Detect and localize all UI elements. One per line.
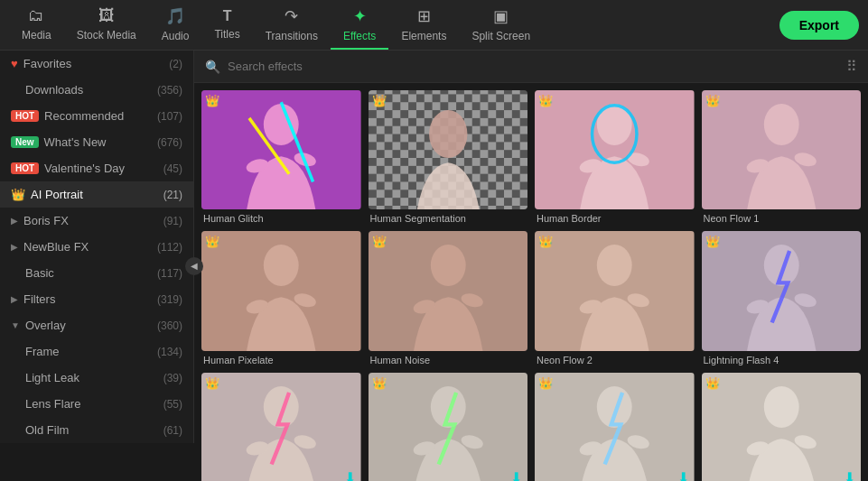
- sidebar-valentines-label: Valentine's Day: [44, 162, 163, 175]
- toolbar-transitions[interactable]: ↷ Transitions: [253, 1, 331, 50]
- effect-thumb-lightning3: 👑 ⬇: [201, 373, 361, 481]
- toolbar-split-screen-label: Split Screen: [471, 30, 530, 42]
- effect-card-human-px[interactable]: 👑 Human Pixelate: [198, 227, 365, 368]
- export-button[interactable]: Export: [779, 11, 859, 40]
- sidebar-valentines-count: (45): [163, 162, 182, 175]
- effect-name-lightning4: Lightning Flash 4: [702, 355, 862, 365]
- sidebar-item-frame[interactable]: Frame (134): [0, 338, 193, 365]
- svg-point-48: [597, 386, 632, 428]
- effect-card-human-border[interactable]: 👑 Human Border: [531, 87, 698, 227]
- toolbar-effects[interactable]: ✦ Effects: [331, 1, 388, 50]
- effect-card-human-glitch[interactable]: 👑 Human Glitch: [198, 87, 365, 227]
- toolbar-titles-label: Titles: [214, 28, 239, 41]
- download-badge-lightning3: ⬇: [344, 469, 356, 481]
- effects-grid: 👑 Human Glitch 👑 Human Segmentation: [194, 83, 868, 481]
- effect-card-lightning1[interactable]: 👑 ⬇ Lightning Flash 1: [365, 369, 532, 481]
- sidebar-item-light-leak[interactable]: Light Leak (39): [0, 365, 193, 391]
- toolbar-stock-media-label: Stock Media: [77, 29, 136, 42]
- sidebar-item-boris-fx[interactable]: ▶ Boris FX (91): [0, 208, 193, 234]
- sidebar-downloads-count: (356): [157, 84, 182, 97]
- effect-card-neon-flow1[interactable]: 👑 Neon Flow 1: [698, 87, 865, 227]
- sidebar-wrapper: ♥ Favorites (2) Downloads (356) HOT Reco…: [0, 51, 194, 481]
- stock-media-icon: 🖼: [98, 6, 115, 25]
- effect-card-neon-flow2[interactable]: 👑 Neon Flow 2: [531, 227, 698, 368]
- grid-view-icon[interactable]: ⠿: [846, 58, 857, 75]
- sidebar-item-valentines[interactable]: HOT Valentine's Day (45): [0, 155, 193, 181]
- svg-point-52: [763, 386, 798, 428]
- svg-point-19: [763, 104, 798, 145]
- toolbar: 🗂 Media 🖼 Stock Media 🎵 Audio T Titles ↷…: [0, 0, 868, 51]
- sidebar-ai-portrait-count: (21): [163, 189, 182, 201]
- svg-point-36: [763, 245, 798, 286]
- toolbar-split-screen[interactable]: ▣ Split Screen: [459, 1, 543, 50]
- toolbar-media[interactable]: 🗂 Media: [9, 1, 64, 49]
- effect-name-human-border: Human Border: [535, 213, 695, 224]
- toolbar-audio[interactable]: 🎵 Audio: [149, 1, 202, 50]
- crown-badge-human-px: 👑: [205, 235, 219, 248]
- crown-badge-lightning4: 👑: [705, 235, 720, 248]
- sidebar-item-basic[interactable]: Basic (117): [0, 260, 193, 286]
- sidebar-overlay-count: (360): [157, 319, 182, 332]
- toolbar-audio-label: Audio: [162, 30, 190, 42]
- audio-icon: 🎵: [165, 6, 185, 26]
- sidebar-lens-flare-label: Lens Flare: [25, 397, 163, 411]
- sidebar-item-downloads[interactable]: Downloads (356): [0, 77, 193, 103]
- effect-card-lightning4[interactable]: 👑 Lightning Flash 4: [698, 227, 865, 368]
- heart-icon: ♥: [11, 57, 18, 70]
- transitions-icon: ↷: [285, 6, 298, 26]
- effect-card-human-seg[interactable]: 👑 Human Segmentation: [365, 87, 532, 227]
- search-input[interactable]: [228, 60, 839, 73]
- main-area: ♥ Favorites (2) Downloads (356) HOT Reco…: [0, 51, 868, 481]
- sidebar-item-recommended[interactable]: HOT Recommended (107): [0, 103, 193, 129]
- sidebar-frame-label: Frame: [25, 345, 157, 358]
- crown-icon-ai: 👑: [11, 188, 25, 201]
- arrow-filters: ▶: [11, 294, 18, 304]
- sidebar-basic-label: Basic: [25, 266, 157, 280]
- crown-badge-human-noise: 👑: [372, 235, 387, 248]
- toolbar-elements-label: Elements: [401, 30, 446, 42]
- sidebar-old-film-label: Old Film: [25, 423, 163, 437]
- effect-thumb-human-border: 👑: [535, 90, 695, 209]
- effect-thumb-lightning2: 👑 ⬇: [535, 373, 695, 481]
- sidebar-item-favorites[interactable]: ♥ Favorites (2): [0, 51, 193, 77]
- svg-point-23: [264, 245, 299, 286]
- effect-thumb-neon-flow1: 👑: [702, 90, 862, 209]
- sidebar-item-ai-portrait[interactable]: 👑 AI Portrait (21): [0, 181, 193, 208]
- sidebar-light-leak-count: (39): [163, 372, 182, 384]
- effects-icon: ✦: [353, 6, 367, 26]
- sidebar-overlay-label: Overlay: [25, 319, 157, 332]
- sidebar-item-newblue-fx[interactable]: ▶ NewBlue FX (112): [0, 234, 193, 260]
- toolbar-stock-media[interactable]: 🖼 Stock Media: [64, 1, 149, 49]
- effect-card-neon-flow4[interactable]: 👑 ⬇ Neon Flow 4: [698, 369, 865, 481]
- hot-badge-valentines: HOT: [11, 162, 39, 174]
- toolbar-elements[interactable]: ⊞ Elements: [388, 1, 459, 50]
- crown-badge-lightning1: 👑: [372, 376, 387, 390]
- elements-icon: ⊞: [417, 6, 431, 26]
- effect-thumb-human-noise: 👑: [369, 231, 528, 350]
- svg-point-2: [264, 104, 299, 145]
- sidebar-item-overlay[interactable]: ▼ Overlay (360): [0, 312, 193, 338]
- arrow-newblue: ▶: [11, 242, 18, 252]
- effect-card-human-noise[interactable]: 👑 Human Noise: [365, 227, 532, 368]
- toolbar-transitions-label: Transitions: [266, 30, 318, 42]
- arrow-boris: ▶: [11, 216, 18, 226]
- sidebar-downloads-label: Downloads: [25, 83, 157, 97]
- sidebar-newblue-count: (112): [157, 241, 182, 254]
- sidebar-item-filters[interactable]: ▶ Filters (319): [0, 286, 193, 312]
- sidebar-item-lens-flare[interactable]: Lens Flare (55): [0, 391, 193, 417]
- effect-thumb-lightning1: 👑 ⬇: [369, 373, 528, 481]
- split-screen-icon: ▣: [493, 6, 509, 26]
- sidebar-boris-label: Boris FX: [23, 214, 163, 227]
- effect-name-neon-flow1: Neon Flow 1: [702, 213, 862, 224]
- sidebar-recommended-count: (107): [157, 110, 182, 123]
- sidebar-collapse-button[interactable]: ◀: [185, 257, 203, 275]
- search-icon: 🔍: [205, 60, 220, 74]
- toolbar-titles[interactable]: T Titles: [201, 3, 252, 48]
- effect-card-lightning2[interactable]: 👑 ⬇ Lightning Flash 2: [531, 369, 698, 481]
- sidebar-item-whats-new[interactable]: New What's New (676): [0, 129, 193, 155]
- effect-card-lightning3[interactable]: 👑 ⬇ Lightning Flash 3: [198, 369, 365, 481]
- sidebar-item-old-film[interactable]: Old Film (61): [0, 417, 193, 443]
- svg-point-40: [264, 386, 299, 428]
- svg-point-44: [430, 386, 465, 428]
- sidebar-basic-count: (117): [157, 267, 182, 280]
